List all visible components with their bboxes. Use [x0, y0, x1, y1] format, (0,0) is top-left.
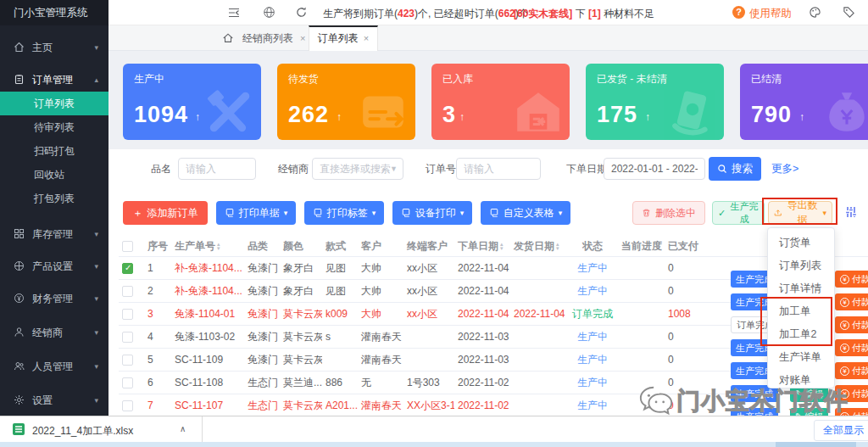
row-produce-done-button[interactable]: 生产完成 — [731, 408, 778, 416]
row-pay-button[interactable]: ¥付款 — [835, 408, 868, 416]
help-link[interactable]: 使用帮助 — [749, 7, 792, 21]
stat-card-to-ship[interactable]: 待发货 262 ↑ — [277, 64, 415, 140]
row-pay-button[interactable]: ¥付款 — [835, 271, 868, 288]
theme-palette-icon[interactable] — [809, 6, 821, 21]
search-button[interactable]: 搜索 — [709, 157, 761, 181]
sidebar-item-inventory-mgmt[interactable]: 库存管理 ▾ — [0, 222, 108, 246]
sidebar-item-pack-list[interactable]: 打包列表 — [0, 187, 108, 210]
dealer-select[interactable]: 直接选择或搜索▼ — [312, 158, 403, 180]
cell-production-no[interactable]: SC-11-109 — [171, 354, 244, 366]
row-pay-button[interactable]: ¥付款 — [835, 339, 868, 356]
cell-production-no[interactable]: 免漆-1103-02 — [171, 330, 244, 344]
export-menu-item[interactable]: 加工单 — [768, 300, 834, 323]
row-checkbox[interactable] — [122, 355, 133, 366]
close-icon[interactable]: × — [300, 33, 305, 43]
sort-icon[interactable]: ▴▾ — [500, 242, 504, 250]
cell-production-no[interactable]: SC-11-107 — [171, 400, 244, 411]
show-all-downloads-button[interactable]: 全部显示 — [814, 420, 868, 441]
production-no-link[interactable]: 免漆-1103-02 — [175, 331, 235, 343]
row-checkbox[interactable] — [122, 263, 133, 274]
chevron-up-icon[interactable]: ∧ — [180, 424, 186, 433]
stat-card-shipped-unsettled[interactable]: 已发货 - 未结清 175 ↑ — [586, 64, 724, 140]
row-pay-button[interactable]: ¥付款 — [835, 316, 868, 333]
cell-production-no[interactable]: SC-11-108 — [171, 377, 244, 388]
sidebar-item-order-list[interactable]: 订单列表 — [0, 92, 108, 115]
export-menu-item[interactable]: 对账单 — [768, 369, 834, 392]
sidebar-item-dealer[interactable]: 经销商 ▾ — [0, 321, 108, 344]
row-checkbox[interactable] — [122, 309, 133, 320]
refresh-icon[interactable] — [295, 6, 308, 21]
cell-production-no[interactable]: 补-免漆-1104... — [171, 284, 244, 299]
order-no-input[interactable] — [456, 158, 541, 180]
production-no-link[interactable]: 补-免漆-1104... — [175, 285, 242, 297]
production-no-link[interactable]: SC-11-108 — [175, 377, 223, 388]
sidebar-item-scan-pack[interactable]: 扫码打包 — [0, 139, 108, 163]
add-order-button[interactable]: ＋添加新订单 — [123, 201, 208, 225]
row-pay-button[interactable]: ¥付款 — [835, 385, 868, 402]
question-circle-icon[interactable]: ? — [732, 6, 745, 19]
globe-icon[interactable] — [263, 6, 275, 21]
row-checkbox[interactable] — [122, 377, 133, 388]
product-name-input[interactable] — [178, 158, 256, 180]
cell-production-no[interactable]: 免漆-1104-01 — [171, 307, 244, 321]
order-date-range-input[interactable] — [604, 158, 705, 180]
production-no-link[interactable]: 免漆-1104-01 — [175, 308, 235, 320]
sort-icon[interactable]: ▴▾ — [217, 242, 220, 250]
delete-selected-button[interactable]: 删除选中 — [632, 201, 705, 225]
tag-icon[interactable] — [843, 6, 855, 21]
close-icon[interactable]: × — [364, 33, 369, 43]
sidebar-item-order-mgmt[interactable]: 订单管理 ▴ — [0, 68, 108, 92]
sidebar-item-home[interactable]: 主页 ▾ — [0, 36, 108, 59]
row-checkbox[interactable] — [122, 400, 133, 411]
collapse-menu-icon[interactable] — [227, 6, 241, 22]
plus-icon: ＋ — [133, 206, 143, 221]
stat-card-settled[interactable]: 已结清 790 ↑ — [740, 64, 868, 140]
print-doc-button[interactable]: 打印单据▾ — [216, 201, 296, 225]
row-checkbox[interactable] — [122, 286, 133, 297]
more-filters-link[interactable]: 更多> — [771, 162, 798, 176]
sidebar-item-pending-review[interactable]: 待审列表 — [0, 115, 108, 139]
downloaded-file-name[interactable]: 2022_11_4加工单.xlsx — [32, 424, 133, 439]
row-edit-button[interactable]: ✎编辑 — [790, 408, 828, 416]
cell-paid: 0 — [665, 285, 705, 297]
production-no-link[interactable]: SC-11-109 — [175, 354, 223, 366]
row-pay-button[interactable]: ¥付款 — [835, 362, 868, 379]
sidebar-item-settings[interactable]: 设置 ▾ — [0, 388, 108, 412]
col-production-no[interactable]: 生产单号▴▾ — [171, 239, 244, 254]
export-menu-item[interactable]: 订单详情 — [768, 277, 834, 300]
filter-label-product: 品名 — [151, 162, 171, 176]
sidebar-item-staff-mgmt[interactable]: 人员管理 ▾ — [0, 355, 108, 378]
production-done-button[interactable]: ✓生产完成 — [712, 201, 765, 225]
button-label: 打印标签 — [327, 206, 368, 221]
production-no-link[interactable]: 补-免漆-1104... — [175, 262, 242, 274]
print-label-button[interactable]: 打印标签▾ — [304, 201, 384, 225]
column-settings-icon[interactable] — [844, 205, 858, 221]
export-menu-item[interactable]: 订单列表 — [768, 254, 834, 277]
row-checkbox[interactable] — [122, 332, 133, 343]
breadcrumb-home-icon[interactable] — [222, 32, 234, 47]
tab-order-list[interactable]: 订单列表× — [309, 25, 378, 51]
select-all-checkbox[interactable] — [122, 241, 133, 252]
device-print-button[interactable]: 设备打印▾ — [392, 201, 472, 225]
home-icon — [14, 42, 25, 53]
cell-production-no[interactable]: 补-免漆-1104... — [171, 261, 244, 276]
export-menu-item[interactable]: 生产详单 — [768, 346, 834, 369]
scrollbar-thumb[interactable] — [776, 442, 856, 447]
production-no-link[interactable]: SC-11-107 — [175, 400, 223, 411]
sort-icon[interactable]: ▴▾ — [556, 242, 559, 250]
tab-dealer-list[interactable]: 经销商列表× — [242, 25, 305, 51]
custom-table-button[interactable]: 自定义表格▾ — [481, 201, 570, 225]
sidebar-item-finance-mgmt[interactable]: 财务管理 ▾ — [0, 287, 108, 310]
stat-card-in-warehouse[interactable]: 已入库 3 ↑ — [431, 64, 570, 140]
col-order-date[interactable]: 下单日期▴▾ — [454, 239, 510, 254]
export-data-button[interactable]: 导出数据▾ — [768, 201, 832, 225]
export-menu-item[interactable]: 订货单 — [768, 232, 834, 254]
cell-style: s — [322, 331, 358, 343]
sidebar-item-recycle-bin[interactable]: 回收站 — [0, 163, 108, 187]
row-pay-button[interactable]: ¥付款 — [835, 293, 868, 310]
export-menu-item[interactable]: 加工单2 — [768, 323, 834, 346]
sidebar-item-product-settings[interactable]: 产品设置 ▾ — [0, 254, 108, 278]
col-ship-date[interactable]: 发货日期▴▾ — [510, 239, 566, 254]
stat-card-in-production[interactable]: 生产中 1094 ↑ — [123, 64, 261, 140]
horizontal-scrollbar[interactable] — [0, 442, 868, 447]
